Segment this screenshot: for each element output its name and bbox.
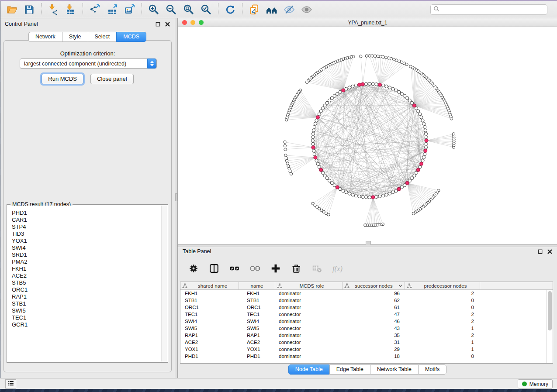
mcds-result-item[interactable]: TEC1 bbox=[12, 314, 167, 321]
mcds-result-list[interactable]: PHD1CAR1STP4TID3YOX1SWI4SRD1PMA2FKH1ACE2… bbox=[8, 206, 167, 361]
column-header-shared-name[interactable]: shared name bbox=[180, 282, 239, 289]
column-header-name[interactable]: name bbox=[239, 282, 275, 289]
export-table-button[interactable] bbox=[104, 2, 121, 17]
table-row[interactable]: PHD1PHD1dominator180 bbox=[180, 353, 553, 360]
table-scrollbar-thumb[interactable] bbox=[548, 291, 552, 330]
mcds-result-item[interactable]: YOX1 bbox=[12, 237, 167, 244]
table-settings-button[interactable] bbox=[186, 261, 201, 276]
column-header-predecessor-nodes[interactable]: predecessor nodes bbox=[405, 282, 480, 289]
attribute-tree-icon bbox=[344, 283, 349, 289]
toolbar-separator bbox=[41, 3, 42, 16]
table-row[interactable]: SWI4SWI4dominator462 bbox=[180, 318, 553, 325]
close-panel-button[interactable]: Close panel bbox=[90, 74, 134, 84]
close-panel-icon[interactable] bbox=[547, 249, 553, 254]
split-panel-button[interactable] bbox=[207, 261, 221, 276]
mcds-result-item[interactable]: STP4 bbox=[12, 224, 167, 230]
close-window-icon[interactable] bbox=[182, 20, 187, 25]
mcds-result-item[interactable]: PHD1 bbox=[12, 210, 167, 217]
mcds-result-item[interactable]: FKH1 bbox=[12, 265, 167, 272]
table-row[interactable]: TEC1TEC1connector472 bbox=[180, 311, 553, 318]
mcds-result-item[interactable]: SWI5 bbox=[12, 307, 167, 314]
sort-chevron-icon[interactable] bbox=[398, 283, 403, 288]
tab-select[interactable]: Select bbox=[88, 32, 117, 42]
run-mcds-button[interactable]: Run MCDS bbox=[42, 74, 83, 84]
table-row[interactable]: FKH1FKH1dominator962 bbox=[180, 290, 553, 297]
table-row[interactable]: RAP1RAP1dominator352 bbox=[180, 332, 553, 339]
zoom-in-button[interactable] bbox=[145, 2, 163, 17]
column-header-successor-nodes[interactable]: successor nodes bbox=[343, 282, 405, 289]
cell-predecessor-nodes: 2 bbox=[405, 290, 480, 297]
mcds-result-item[interactable]: ACE2 bbox=[12, 272, 167, 279]
maximize-window-icon[interactable] bbox=[199, 20, 204, 25]
export-image-button[interactable] bbox=[121, 2, 138, 17]
tab-edge-table[interactable]: Edge Table bbox=[329, 364, 370, 375]
horizontal-splitter-handle[interactable] bbox=[366, 241, 371, 245]
mcds-result-item[interactable]: STB1 bbox=[12, 300, 167, 307]
mcds-result-item[interactable]: SRD1 bbox=[12, 251, 167, 258]
table-scrollbar[interactable] bbox=[546, 290, 553, 363]
optimization-criterion-select[interactable]: largest connected component (undirected) bbox=[20, 58, 157, 69]
network-canvas[interactable] bbox=[178, 27, 557, 244]
add-column-button[interactable] bbox=[268, 261, 283, 276]
vertical-splitter[interactable] bbox=[175, 18, 178, 378]
float-panel-icon[interactable] bbox=[537, 249, 543, 254]
table-row[interactable]: STB1STB1dominator620 bbox=[180, 297, 553, 304]
unselect-all-columns-button[interactable] bbox=[248, 261, 263, 276]
select-stepper-icon bbox=[147, 58, 156, 69]
zoom-fit-button[interactable] bbox=[180, 2, 197, 17]
table-panel-tabs: Node TableEdge TableNetwork TableMotifs bbox=[178, 364, 557, 375]
cell-successor-nodes: 62 bbox=[343, 297, 405, 304]
cell-name: TEC1 bbox=[239, 311, 275, 318]
table-row[interactable]: SWI5SWI5connector431 bbox=[180, 325, 553, 332]
mcds-result-item[interactable]: SWI4 bbox=[12, 244, 167, 251]
minimize-window-icon[interactable] bbox=[190, 20, 195, 25]
tab-motifs[interactable]: Motifs bbox=[418, 364, 446, 375]
tab-network-table[interactable]: Network Table bbox=[370, 364, 419, 375]
zoom-out-button[interactable] bbox=[163, 2, 180, 17]
memory-button[interactable]: Memory bbox=[518, 379, 553, 389]
tab-style[interactable]: Style bbox=[62, 32, 88, 42]
cell-predecessor-nodes: 0 bbox=[405, 353, 480, 360]
task-history-button[interactable] bbox=[5, 379, 16, 389]
search-box[interactable] bbox=[430, 4, 547, 15]
export-network-button[interactable] bbox=[86, 2, 104, 17]
column-header-MCDS-role[interactable]: MCDS role bbox=[275, 282, 343, 289]
network-window-titlebar[interactable]: YPA_prune.txt_1 bbox=[178, 18, 557, 27]
first-neighbors-button[interactable] bbox=[263, 2, 280, 17]
cell-successor-nodes: 61 bbox=[343, 304, 405, 311]
open-session-button[interactable] bbox=[3, 2, 21, 17]
tab-network[interactable]: Network bbox=[28, 32, 62, 42]
mcds-result-item[interactable]: RAP1 bbox=[12, 293, 167, 300]
search-input[interactable] bbox=[440, 5, 544, 14]
show-all-button[interactable] bbox=[298, 2, 315, 17]
save-session-button[interactable] bbox=[21, 2, 38, 17]
mcds-result-item[interactable]: CAR1 bbox=[12, 217, 167, 224]
cell-predecessor-nodes: 2 bbox=[405, 332, 480, 339]
mcds-result-item[interactable]: STB5 bbox=[12, 279, 167, 286]
table-row[interactable]: YOX1YOX1connector291 bbox=[180, 346, 553, 353]
toolbar-separator bbox=[218, 3, 218, 16]
cell-MCDS-role: connector bbox=[275, 346, 343, 353]
vertical-splitter-handle[interactable] bbox=[175, 193, 177, 201]
cell-MCDS-role: dominator bbox=[275, 290, 343, 297]
table-row[interactable]: ACE2ACE2connector311 bbox=[180, 339, 553, 346]
mcds-result-item[interactable]: TID3 bbox=[12, 230, 167, 237]
close-panel-icon[interactable] bbox=[165, 21, 170, 27]
table-row[interactable]: ORC1ORC1dominator610 bbox=[180, 304, 553, 311]
import-network-from-file-button[interactable] bbox=[45, 2, 62, 17]
hide-selected-button[interactable] bbox=[280, 2, 298, 17]
tab-node-table[interactable]: Node Table bbox=[288, 364, 330, 375]
copy-network-button[interactable] bbox=[246, 2, 263, 17]
float-panel-icon[interactable] bbox=[155, 21, 161, 27]
mcds-result-item[interactable]: PMA2 bbox=[12, 258, 167, 265]
delete-column-button[interactable] bbox=[289, 261, 304, 276]
select-all-columns-button[interactable] bbox=[227, 261, 242, 276]
tab-mcds[interactable]: MCDS bbox=[116, 32, 146, 42]
zoom-selected-button[interactable] bbox=[197, 2, 215, 17]
mcds-result-item[interactable]: GCR1 bbox=[12, 321, 167, 328]
cell-shared-name: SWI4 bbox=[180, 318, 239, 325]
refresh-view-button[interactable] bbox=[221, 2, 239, 17]
import-table-from-file-button[interactable] bbox=[62, 2, 80, 17]
mcds-result-item[interactable]: ORC1 bbox=[12, 286, 167, 293]
mcds-list-scrollbar[interactable] bbox=[161, 206, 167, 361]
